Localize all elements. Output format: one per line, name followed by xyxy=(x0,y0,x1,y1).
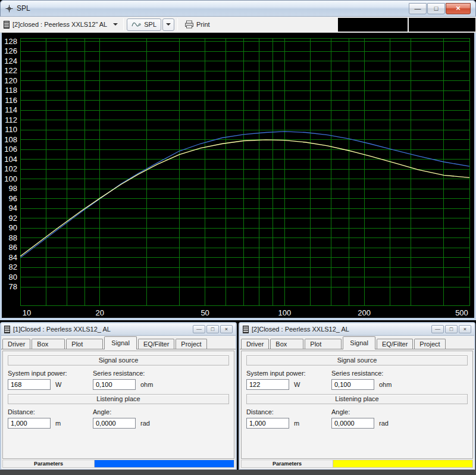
series-resistance-field[interactable] xyxy=(93,379,136,390)
tab-driver[interactable]: Driver xyxy=(241,339,269,349)
signal-tab-page: Signal source System input power: W Seri… xyxy=(241,351,473,459)
window1-title: [1]Closed : Peerless XXLS12_ AL xyxy=(13,326,111,333)
svg-text:108: 108 xyxy=(4,135,17,144)
system-input-power-field[interactable] xyxy=(246,379,289,390)
close-button[interactable]: × xyxy=(446,3,471,14)
tab-eq-filter[interactable]: EQ/Filter xyxy=(377,339,413,349)
svg-text:128: 128 xyxy=(4,37,17,46)
svg-text:100: 100 xyxy=(278,308,292,317)
window1-titlebar[interactable]: [1]Closed : Peerless XXLS12_ AL — □ × xyxy=(1,323,236,336)
tab-plot[interactable]: Plot xyxy=(66,339,103,349)
distance-unit-label: m xyxy=(55,420,61,427)
window1-tabs: Driver Box Plot Signal EQ/Filter Project xyxy=(1,336,236,349)
tab-project[interactable]: Project xyxy=(414,339,445,349)
spl-window-titlebar[interactable]: SPL — □ × xyxy=(0,0,476,17)
svg-text:82: 82 xyxy=(9,262,17,271)
svg-text:100: 100 xyxy=(4,174,17,183)
project-doc-icon xyxy=(4,326,10,333)
svg-text:84: 84 xyxy=(9,253,17,262)
plot-type-button[interactable]: SPL xyxy=(127,18,161,31)
listening-place-header: Listening place xyxy=(246,394,468,404)
svg-text:50: 50 xyxy=(201,308,209,317)
angle-field[interactable] xyxy=(331,418,374,429)
svg-text:20: 20 xyxy=(96,308,104,317)
svg-text:122: 122 xyxy=(4,66,17,75)
spl-toolbar: [2]closed : Peerless XXLS12" AL SPL Prin… xyxy=(0,17,476,33)
tab-driver[interactable]: Driver xyxy=(2,339,30,349)
svg-text:110: 110 xyxy=(5,125,17,134)
maximize-button[interactable]: □ xyxy=(206,325,219,333)
svg-text:124: 124 xyxy=(4,57,17,65)
plot-type-dropdown-button[interactable] xyxy=(162,18,174,31)
system-input-power-label: System input power: xyxy=(246,370,331,377)
system-input-power-label: System input power: xyxy=(8,370,93,377)
printer-icon xyxy=(184,20,194,29)
signal-source-header: Signal source xyxy=(246,355,468,365)
signal-source-header: Signal source xyxy=(8,355,229,365)
svg-text:10: 10 xyxy=(23,308,31,317)
crosshair-icon xyxy=(5,5,13,12)
series-resistance-field[interactable] xyxy=(331,379,374,390)
sine-wave-icon xyxy=(131,21,142,28)
svg-text:80: 80 xyxy=(9,273,17,282)
spl-window: SPL — □ × [2]closed : Peerless XXLS12" A… xyxy=(0,0,476,320)
window-title: SPL xyxy=(17,4,30,12)
svg-text:106: 106 xyxy=(4,145,17,154)
power-unit-label: W xyxy=(55,381,61,388)
window2-statusbar: Parameters xyxy=(241,459,473,468)
svg-text:112: 112 xyxy=(5,115,17,124)
svg-text:96: 96 xyxy=(9,194,17,203)
window2-titlebar[interactable]: [2]Closed : Peerless XXLS12_ AL — □ × xyxy=(240,323,474,336)
svg-text:104: 104 xyxy=(4,155,17,164)
svg-text:90: 90 xyxy=(9,223,17,232)
tab-project[interactable]: Project xyxy=(176,339,206,349)
distance-field[interactable] xyxy=(246,418,289,429)
maximize-button[interactable]: □ xyxy=(445,325,458,333)
svg-text:102: 102 xyxy=(4,164,17,173)
parameters-status-label: Parameters xyxy=(2,460,95,468)
print-button[interactable]: Print xyxy=(181,19,214,30)
angle-label: Angle: xyxy=(331,408,416,415)
tab-eq-filter[interactable]: EQ/Filter xyxy=(138,339,174,349)
close-button[interactable]: × xyxy=(459,325,471,333)
svg-text:118: 118 xyxy=(5,86,17,95)
driver-selector-dropdown-icon[interactable] xyxy=(113,23,118,26)
curve-color-bar xyxy=(95,460,234,468)
minimize-button[interactable]: — xyxy=(193,325,205,333)
tab-signal[interactable]: Signal xyxy=(104,336,137,349)
project-window-1: [1]Closed : Peerless XXLS12_ AL — □ × Dr… xyxy=(0,322,237,470)
minimize-button[interactable]: — xyxy=(431,325,444,333)
legend-panel-1 xyxy=(338,18,408,32)
svg-text:500: 500 xyxy=(455,308,468,317)
toolbar-separator xyxy=(177,18,178,30)
project-window-2: [2]Closed : Peerless XXLS12_ AL — □ × Dr… xyxy=(239,322,475,470)
angle-field[interactable] xyxy=(93,418,136,429)
tab-plot[interactable]: Plot xyxy=(305,339,342,349)
series-resistance-label: Series resistance: xyxy=(331,370,416,377)
svg-text:116: 116 xyxy=(5,96,17,105)
distance-field[interactable] xyxy=(8,418,51,429)
svg-text:114: 114 xyxy=(5,105,17,114)
window2-title: [2]Closed : Peerless XXLS12_ AL xyxy=(252,326,349,333)
print-label: Print xyxy=(196,21,210,28)
listening-place-header: Listening place xyxy=(8,394,229,404)
spl-plot-svg: 7880828486889092949698100102104106108110… xyxy=(2,33,474,318)
tab-box[interactable]: Box xyxy=(270,339,303,349)
minimize-button[interactable]: — xyxy=(409,3,427,14)
series-resistance-label: Series resistance: xyxy=(93,370,178,377)
parameters-status-label: Parameters xyxy=(241,460,333,468)
svg-text:200: 200 xyxy=(358,308,371,317)
signal-tab-page: Signal source System input power: W Seri… xyxy=(2,351,234,459)
system-input-power-field[interactable] xyxy=(8,379,51,390)
plot-type-label: SPL xyxy=(144,21,156,28)
close-button[interactable]: × xyxy=(220,325,233,333)
maximize-button[interactable]: □ xyxy=(427,3,445,14)
project-doc-icon xyxy=(4,21,10,29)
spl-chart: 7880828486889092949698100102104106108110… xyxy=(2,33,474,318)
driver-selector[interactable]: [2]closed : Peerless XXLS12" AL xyxy=(12,21,107,28)
desktop-strip xyxy=(0,470,476,475)
svg-text:78: 78 xyxy=(9,282,17,291)
svg-text:94: 94 xyxy=(9,204,17,212)
tab-box[interactable]: Box xyxy=(32,339,65,349)
tab-signal[interactable]: Signal xyxy=(343,336,375,349)
